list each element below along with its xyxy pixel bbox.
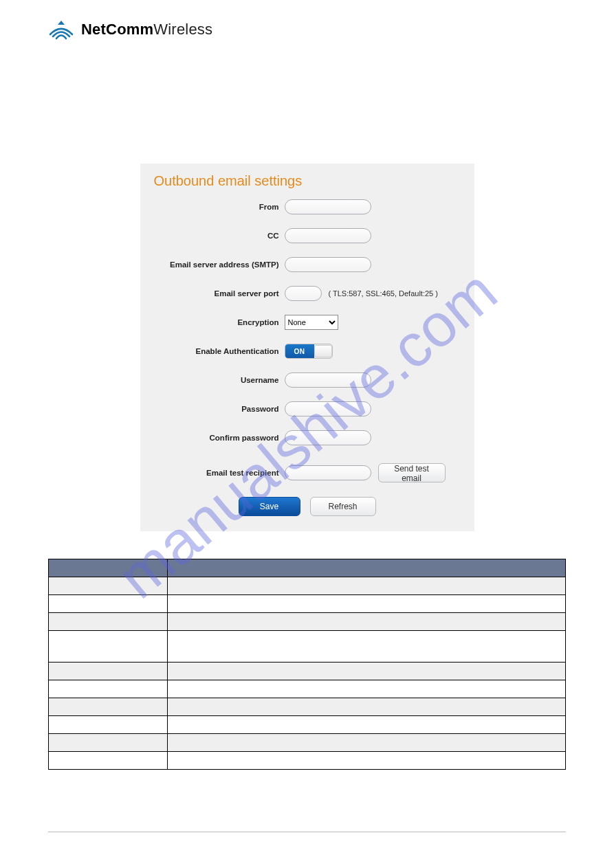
server-addr-label: Email server address (SMTP)	[154, 260, 285, 269]
confirm-pw-label: Confirm password	[154, 434, 285, 442]
settings-panel: Outbound email settings From CC Email se…	[140, 164, 474, 531]
enable-auth-label: Enable Authentication	[154, 347, 285, 355]
table-cell	[49, 752, 168, 770]
table-row	[49, 752, 566, 770]
table-row	[49, 577, 566, 595]
table-row	[49, 698, 566, 716]
refresh-button[interactable]: Refresh	[310, 497, 376, 516]
table-cell	[49, 716, 168, 734]
confirm-pw-input[interactable]	[285, 430, 371, 445]
table-cell	[167, 734, 565, 752]
table-cell	[167, 577, 565, 595]
table-cell	[49, 698, 168, 716]
table-cell	[167, 698, 565, 716]
wifi-arcs-icon	[48, 19, 74, 40]
test-recipient-label: Email test recipient	[154, 469, 285, 477]
brand-logo: NetCommWireless	[48, 19, 566, 40]
footer-divider	[48, 832, 566, 832]
port-hint: ( TLS:587, SSL:465, Default:25 )	[329, 289, 438, 298]
from-input[interactable]	[285, 199, 371, 214]
password-label: Password	[154, 405, 285, 413]
table-header-row	[49, 559, 566, 577]
username-label: Username	[154, 376, 285, 384]
enable-auth-toggle[interactable]: ON	[285, 344, 333, 359]
table-cell	[167, 680, 565, 698]
table-cell	[49, 595, 168, 613]
server-port-label: Email server port	[154, 289, 285, 298]
table-row	[49, 734, 566, 752]
table-cell	[49, 577, 168, 595]
table-header-1	[49, 559, 168, 577]
encryption-label: Encryption	[154, 318, 285, 326]
server-port-input[interactable]	[285, 286, 322, 301]
test-recipient-input[interactable]	[285, 465, 371, 480]
table-cell	[49, 663, 168, 680]
brand-text: NetCommWireless	[81, 21, 212, 38]
table-row	[49, 631, 566, 663]
encryption-select[interactable]: None	[285, 315, 338, 330]
brand-light: Wireless	[153, 21, 212, 38]
table-cell	[49, 631, 168, 663]
table-row	[49, 663, 566, 680]
table-cell	[167, 663, 565, 680]
brand-bold: NetComm	[81, 21, 153, 38]
table-cell	[167, 613, 565, 631]
table-cell	[167, 752, 565, 770]
table-row	[49, 595, 566, 613]
save-button[interactable]: Save	[239, 497, 300, 516]
table-header-2	[167, 559, 565, 577]
server-addr-input[interactable]	[285, 257, 371, 272]
toggle-on-text: ON	[285, 344, 314, 358]
table-row	[49, 716, 566, 734]
table-row	[49, 613, 566, 631]
toggle-knob	[314, 345, 332, 357]
table-row	[49, 680, 566, 698]
table-cell	[49, 613, 168, 631]
description-table	[48, 559, 566, 770]
table-cell	[49, 734, 168, 752]
cc-label: CC	[154, 232, 285, 240]
table-cell	[167, 631, 565, 663]
table-cell	[167, 595, 565, 613]
send-test-button[interactable]: Send test email	[378, 463, 446, 482]
password-input[interactable]	[285, 401, 371, 416]
panel-title: Outbound email settings	[154, 173, 461, 189]
from-label: From	[154, 203, 285, 211]
username-input[interactable]	[285, 372, 371, 388]
table-cell	[49, 680, 168, 698]
table-cell	[167, 716, 565, 734]
cc-input[interactable]	[285, 228, 371, 243]
